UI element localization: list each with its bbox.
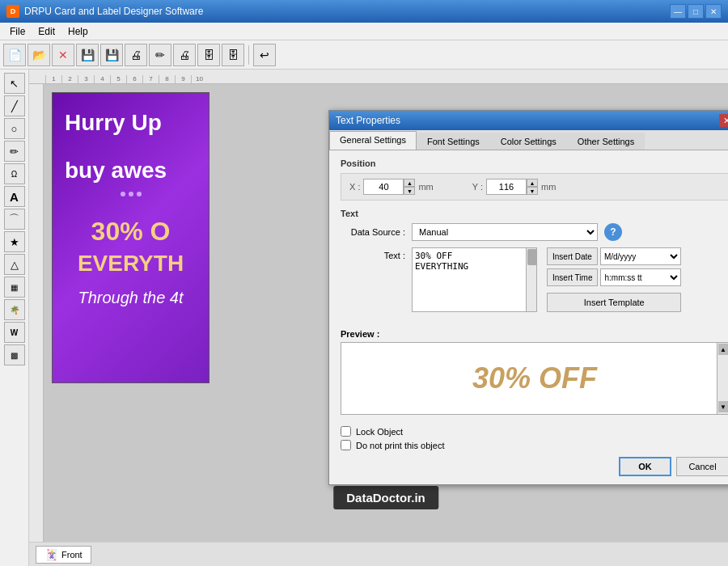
canvas-area: 1 2 3 4 5 6 7 8 9 10 Hurry Up buy awes bbox=[29, 70, 728, 566]
tool-word[interactable]: W bbox=[4, 322, 25, 343]
no-print-label: Do not print this object bbox=[356, 441, 444, 450]
tb-print2[interactable]: 🖨 bbox=[173, 44, 196, 66]
tool-line[interactable]: ╱ bbox=[4, 95, 25, 116]
title-bar: D DRPU Card and Label Designer Software … bbox=[0, 0, 728, 23]
menu-edit[interactable]: Edit bbox=[32, 24, 61, 39]
y-position-group: Y : ▲ ▼ mm bbox=[472, 179, 557, 195]
preview-scrollbar: ▲ ▼ bbox=[717, 343, 728, 414]
y-decrement[interactable]: ▼ bbox=[527, 187, 538, 195]
tool-curve[interactable]: ⌒ bbox=[4, 209, 25, 230]
title-bar-controls: — □ ✕ bbox=[670, 4, 722, 19]
preview-text: 30% OFF bbox=[472, 361, 597, 395]
preview-section: Preview : 30% OFF ▲ ▼ bbox=[329, 329, 728, 421]
datasource-row: Data Source : Manual Database Random ? bbox=[341, 223, 728, 241]
tool-pencil[interactable]: ✏ bbox=[4, 141, 25, 162]
tool-triangle[interactable]: △ bbox=[4, 254, 25, 275]
menu-bar: File Edit Help bbox=[0, 23, 728, 40]
insert-time-button[interactable]: Insert Time bbox=[547, 268, 598, 286]
text-section: Text Data Source : Manual Database Rando… bbox=[341, 209, 728, 315]
tool-star[interactable]: ★ bbox=[4, 231, 25, 252]
y-spin-buttons: ▲ ▼ bbox=[527, 179, 538, 195]
help-button[interactable]: ? bbox=[604, 223, 622, 241]
insert-time-group: Insert Time h:mm:ss tt HH:mm:ss h:mm tt bbox=[547, 268, 681, 286]
x-increment[interactable]: ▲ bbox=[404, 179, 415, 187]
tab-bar: General Settings Font Settings Color Set… bbox=[329, 130, 728, 150]
y-label: Y : bbox=[472, 182, 483, 192]
position-row: X : ▲ ▼ mm Y : bbox=[341, 173, 728, 201]
tab-color[interactable]: Color Settings bbox=[490, 133, 567, 150]
tab-font[interactable]: Font Settings bbox=[417, 133, 490, 150]
time-format-select[interactable]: h:mm:ss tt HH:mm:ss h:mm tt bbox=[600, 268, 681, 286]
tab-general[interactable]: General Settings bbox=[329, 131, 417, 150]
position-section-label: Position bbox=[341, 158, 728, 168]
tool-barcode[interactable]: ▦ bbox=[4, 277, 25, 298]
lock-checkbox[interactable] bbox=[341, 426, 351, 437]
y-increment[interactable]: ▲ bbox=[527, 179, 538, 187]
preview-scroll-up[interactable]: ▲ bbox=[718, 344, 728, 355]
dialog-footer: Lock Object Do not print this object OK … bbox=[329, 421, 728, 484]
x-decrement[interactable]: ▼ bbox=[404, 187, 415, 195]
tb-new[interactable]: 📄 bbox=[3, 44, 26, 66]
preview-box: 30% OFF ▲ ▼ bbox=[341, 342, 728, 415]
tool-text[interactable]: A bbox=[4, 186, 25, 207]
toolbar: 📄 📂 ✕ 💾 💾 🖨 ✏ 🖨 🗄 🗄 ↩ bbox=[0, 40, 728, 70]
maximize-button[interactable]: □ bbox=[688, 4, 704, 19]
tool-grid[interactable]: ▩ bbox=[4, 344, 25, 365]
tab-other[interactable]: Other Settings bbox=[567, 133, 645, 150]
x-label: X : bbox=[349, 182, 360, 192]
dialog-overlay: Text Properties ✕ General Settings Font … bbox=[29, 70, 728, 566]
text-label: Text : bbox=[341, 247, 405, 260]
x-position-group: X : ▲ ▼ mm bbox=[349, 179, 434, 195]
tb-db[interactable]: 🗄 bbox=[197, 44, 220, 66]
text-textarea[interactable]: 30% OFF EVERYTHING bbox=[412, 247, 537, 312]
dialog-body: Position X : ▲ ▼ mm bbox=[329, 150, 728, 329]
y-spinbox: ▲ ▼ bbox=[486, 179, 538, 195]
text-section-label: Text bbox=[341, 209, 728, 218]
x-spinbox: ▲ ▼ bbox=[363, 179, 415, 195]
preview-scroll-down[interactable]: ▼ bbox=[718, 401, 728, 412]
y-unit: mm bbox=[541, 182, 556, 192]
text-area-wrapper: 30% OFF EVERYTHING bbox=[412, 247, 537, 315]
cancel-button[interactable]: Cancel bbox=[676, 457, 728, 476]
text-input-row: Text : 30% OFF EVERYTHING Insert Dat bbox=[341, 247, 728, 315]
app-icon: D bbox=[6, 5, 19, 18]
tb-undo[interactable]: ↩ bbox=[253, 44, 276, 66]
date-format-select[interactable]: M/d/yyyy MM/dd/yyyy dd/MM/yyyy yyyy-MM-d… bbox=[600, 247, 681, 265]
ok-button[interactable]: OK bbox=[619, 457, 671, 476]
y-input[interactable] bbox=[486, 179, 527, 195]
tb-save[interactable]: 💾 bbox=[76, 44, 99, 66]
app-title: DRPU Card and Label Designer Software bbox=[24, 6, 203, 17]
tb-close[interactable]: ✕ bbox=[52, 44, 74, 66]
insert-buttons: Insert Date M/d/yyyy MM/dd/yyyy dd/MM/yy… bbox=[547, 247, 681, 312]
tb-print[interactable]: 🖨 bbox=[125, 44, 147, 66]
dialog-title-bar: Text Properties ✕ bbox=[329, 111, 728, 130]
tool-image[interactable]: 🌴 bbox=[4, 299, 25, 320]
datasource-label: Data Source : bbox=[341, 227, 405, 237]
tool-ellipse[interactable]: ○ bbox=[4, 118, 25, 139]
x-input[interactable] bbox=[363, 179, 404, 195]
insert-template-button[interactable]: Insert Template bbox=[547, 293, 681, 312]
datasource-select[interactable]: Manual Database Random bbox=[412, 223, 598, 241]
tb-open[interactable]: 📂 bbox=[28, 44, 50, 66]
toolbar-separator bbox=[248, 45, 249, 65]
preview-label: Preview : bbox=[341, 329, 728, 339]
main-layout: ↖ ╱ ○ ✏ Ω A ⌒ ★ △ ▦ 🌴 W ▩ 1 2 3 4 5 6 7 … bbox=[0, 70, 728, 566]
title-bar-left: D DRPU Card and Label Designer Software bbox=[6, 5, 203, 18]
no-print-checkbox[interactable] bbox=[341, 440, 351, 450]
dialog-close-button[interactable]: ✕ bbox=[719, 114, 728, 127]
tb-save2[interactable]: 💾 bbox=[100, 44, 123, 66]
menu-help[interactable]: Help bbox=[61, 24, 95, 39]
menu-file[interactable]: File bbox=[3, 24, 32, 39]
tb-db2[interactable]: 🗄 bbox=[222, 44, 244, 66]
lock-object-row: Lock Object bbox=[341, 426, 728, 437]
app-close-button[interactable]: ✕ bbox=[705, 4, 722, 19]
tb-edit[interactable]: ✏ bbox=[149, 44, 171, 66]
insert-date-button[interactable]: Insert Date bbox=[547, 247, 598, 265]
tool-symbol[interactable]: Ω bbox=[4, 163, 25, 184]
tool-select[interactable]: ↖ bbox=[4, 73, 25, 94]
minimize-button[interactable]: — bbox=[670, 4, 686, 19]
insert-date-group: Insert Date M/d/yyyy MM/dd/yyyy dd/MM/yy… bbox=[547, 247, 681, 265]
text-properties-dialog: Text Properties ✕ General Settings Font … bbox=[328, 110, 728, 485]
lock-label: Lock Object bbox=[356, 427, 403, 437]
text-scroll-thumb bbox=[527, 249, 537, 265]
